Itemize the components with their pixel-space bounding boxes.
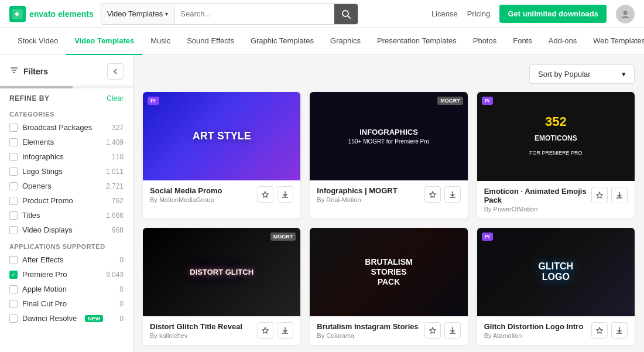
filter-item-apple-motion: Apple Motion 0: [0, 282, 133, 296]
filter-item-davinci-resolve: Davinci Resolve NEW 0: [0, 311, 133, 326]
sort-dropdown[interactable]: Sort by Popular ▾: [529, 64, 635, 84]
top-right-nav: License Pricing Get unlimited downloads: [431, 5, 635, 23]
card-6-thumb-text: GLITCHLOGO: [539, 261, 574, 282]
chevron-down-icon: ▾: [165, 11, 168, 17]
svg-point-3: [624, 11, 628, 15]
nav-item-photos[interactable]: Photos: [465, 28, 505, 55]
filter-label-elements: Elements: [22, 138, 54, 146]
search-category-select[interactable]: Video Templates ▾: [101, 4, 175, 24]
card-3: 352EMOTICONSFOR PREMIERE PRO Pr Emoticon…: [477, 92, 635, 218]
svg-line-2: [348, 16, 350, 18]
card-4-save-button[interactable]: [257, 322, 273, 339]
filter-checkbox-apple-motion[interactable]: [9, 285, 18, 293]
card-1-thumbnail[interactable]: ART STYLE Pr: [143, 92, 300, 180]
card-2-save-button[interactable]: [424, 186, 441, 203]
pricing-link[interactable]: Pricing: [467, 9, 491, 18]
filter-checkbox-openers[interactable]: [9, 182, 18, 190]
card-1-thumb-text: ART STYLE: [193, 130, 251, 142]
filter-count-logo-stings: 1,011: [106, 168, 124, 176]
filter-count-infographics: 110: [112, 153, 124, 161]
nav-item-web-templates[interactable]: Web Templates: [585, 28, 644, 55]
filter-count-final-cut-pro: 0: [119, 300, 124, 308]
card-4-badge: MOGRT: [270, 233, 296, 241]
card-5-title: Brutalism Instagram Stories: [317, 322, 424, 331]
filter-count-elements: 1,409: [106, 138, 124, 146]
card-6-save-button[interactable]: [591, 322, 608, 339]
card-3-thumbnail[interactable]: 352EMOTICONSFOR PREMIERE PRO Pr: [477, 92, 635, 181]
content-header: Sort by Popular ▾: [143, 64, 635, 84]
collapse-sidebar-button[interactable]: [107, 63, 124, 80]
card-4-thumbnail[interactable]: DISTORT GLITCH MOGRT: [143, 228, 300, 316]
clear-filters-link[interactable]: Clear: [107, 94, 124, 102]
card-5-download-button[interactable]: [444, 322, 461, 339]
filter-checkbox-product-promo[interactable]: [9, 197, 18, 205]
filter-item-premiere-pro: Premiere Pro 9,043: [0, 267, 133, 282]
sidebar-header: Filters: [0, 55, 133, 86]
card-3-save-button[interactable]: [591, 187, 608, 203]
filter-checkbox-broadcast[interactable]: [9, 124, 18, 132]
card-2-thumbnail[interactable]: INFOGRAPHICS150+ MOGRT for Premiere Pro …: [310, 92, 467, 180]
logo[interactable]: envato elements: [9, 6, 94, 22]
filter-count-after-effects: 0: [119, 256, 124, 264]
nav-item-sound-effects[interactable]: Sound Effects: [179, 28, 242, 55]
card-6-author: By Atamotion: [484, 332, 591, 339]
nav-bar: Stock Video Video Templates Music Sound …: [0, 28, 644, 55]
search-icon: [341, 9, 351, 19]
nav-item-fonts[interactable]: Fonts: [505, 28, 540, 55]
search-button[interactable]: [334, 4, 358, 24]
top-bar: envato elements Video Templates ▾ Licens…: [0, 0, 644, 28]
search-input[interactable]: [174, 4, 334, 24]
card-5-thumbnail[interactable]: BRUTALISMSTORIESPACK: [310, 228, 467, 316]
filter-checkbox-titles[interactable]: [9, 211, 18, 220]
card-1-download-button[interactable]: [277, 186, 293, 203]
nav-item-graphic-templates[interactable]: Graphic Templates: [242, 28, 322, 55]
card-3-download-button[interactable]: [611, 187, 628, 203]
filter-item-openers: Openers 2,721: [0, 179, 133, 193]
filter-item-titles: Titles 1,666: [0, 208, 133, 223]
logo-icon: [9, 6, 26, 22]
card-4-download-button[interactable]: [277, 322, 293, 339]
filter-checkbox-infographics[interactable]: [9, 153, 18, 161]
card-5-save-button[interactable]: [424, 322, 441, 339]
cta-button[interactable]: Get unlimited downloads: [499, 5, 607, 23]
search-category-label: Video Templates: [107, 9, 163, 18]
filter-checkbox-video-displays[interactable]: [9, 226, 18, 234]
filter-label-final-cut-pro: Final Cut Pro: [22, 299, 67, 308]
filter-label-video-displays: Video Displays: [22, 225, 73, 234]
filter-checkbox-logo-stings[interactable]: [9, 168, 18, 176]
card-4-thumb-text: DISTORT GLITCH: [190, 268, 254, 276]
card-6-badge: Pr: [482, 233, 494, 241]
chevron-down-icon: ▾: [622, 70, 626, 78]
card-3-thumb-text: 352EMOTICONSFOR PREMIERE PRO: [529, 115, 583, 158]
filter-label-davinci-resolve: Davinci Resolve: [22, 314, 77, 323]
filter-count-video-displays: 968: [112, 226, 124, 234]
apps-section-title: Applications Supported: [0, 237, 133, 252]
card-1-save-button[interactable]: [257, 186, 273, 203]
nav-item-graphics[interactable]: Graphics: [322, 28, 369, 55]
nav-item-video-templates[interactable]: Video Templates: [66, 28, 142, 55]
card-2-download-button[interactable]: [444, 186, 461, 203]
card-2-title: Infographics | MOGRT: [317, 186, 424, 195]
nav-item-stock-video[interactable]: Stock Video: [9, 28, 66, 55]
filter-label-product-promo: Product Promo: [22, 196, 73, 205]
license-link[interactable]: License: [431, 9, 458, 18]
filter-count-premiere-pro: 9,043: [106, 271, 124, 279]
filter-count-apple-motion: 0: [119, 285, 124, 293]
nav-item-music[interactable]: Music: [142, 28, 179, 55]
card-5: BRUTALISMSTORIESPACK Brutalism Instagram…: [310, 228, 467, 346]
card-6-download-button[interactable]: [611, 322, 628, 339]
card-6-thumbnail[interactable]: GLITCHLOGO Pr: [477, 228, 635, 317]
avatar[interactable]: [616, 5, 635, 23]
nav-item-presentation-templates[interactable]: Presentation Templates: [369, 28, 465, 55]
filter-checkbox-davinci-resolve[interactable]: [9, 315, 18, 323]
filter-checkbox-elements[interactable]: [9, 138, 18, 146]
sort-label: Sort by Popular: [538, 70, 591, 78]
filter-label-openers: Openers: [22, 182, 52, 190]
filter-checkbox-final-cut-pro[interactable]: [9, 300, 18, 308]
card-4: DISTORT GLITCH MOGRT Distort Glitch Titl…: [143, 228, 300, 346]
card-5-info: Brutalism Instagram Stories By Colorama: [310, 316, 467, 345]
card-grid: ART STYLE Pr Social Media Promo By Motio…: [143, 92, 635, 352]
filter-checkbox-premiere-pro[interactable]: [9, 271, 18, 279]
nav-item-addons[interactable]: Add-ons: [540, 28, 585, 55]
filter-checkbox-after-effects[interactable]: [9, 256, 18, 264]
